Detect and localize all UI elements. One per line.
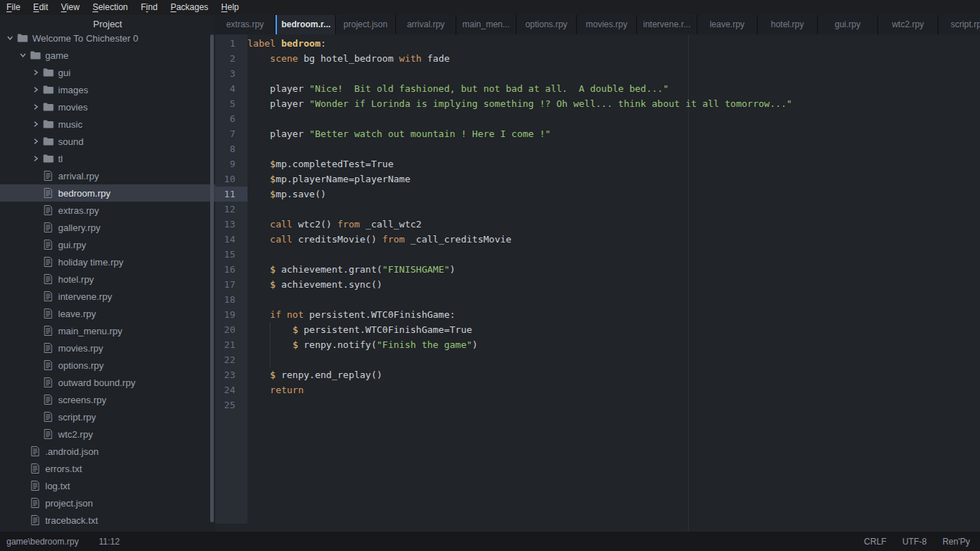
tab-wtc2-rpy[interactable]: wtc2.rpy: [878, 15, 938, 34]
tab-leave-rpy[interactable]: leave.rpy: [697, 15, 758, 34]
sidebar-item-leave-rpy[interactable]: leave.rpy: [0, 305, 215, 322]
sidebar-item-log-txt[interactable]: log.txt: [0, 477, 215, 494]
status-line-ending[interactable]: CRLF: [864, 537, 886, 547]
menu-item-selection[interactable]: Selection: [86, 0, 134, 15]
code-line[interactable]: $mp.playerName=playerName: [248, 171, 980, 187]
line-number[interactable]: 21: [215, 337, 248, 352]
line-number[interactable]: 15: [215, 247, 248, 262]
sidebar-item-movies-rpy[interactable]: movies.rpy: [0, 339, 215, 357]
line-number[interactable]: 19: [215, 307, 248, 322]
code-editor[interactable]: 1234567891011121314151617181920212223242…: [215, 34, 980, 532]
tab-bedroom-r[interactable]: bedroom.r...: [275, 15, 336, 34]
sidebar-item-traceback-txt[interactable]: traceback.txt: [0, 512, 215, 529]
tab-intervene-r[interactable]: intervene.r...: [637, 15, 697, 34]
line-number[interactable]: 5: [215, 96, 248, 111]
chevron-down-icon[interactable]: [6, 34, 14, 42]
line-number[interactable]: 4: [215, 81, 248, 96]
line-number[interactable]: 7: [215, 126, 248, 141]
line-number[interactable]: 24: [215, 382, 248, 397]
tab-options-rpy[interactable]: options.rpy: [517, 15, 577, 34]
line-number[interactable]: 2: [215, 51, 248, 66]
sidebar-item-gallery-rpy[interactable]: gallery.rpy: [0, 219, 215, 236]
code-pane[interactable]: label bedroom: scene bg hotel_bedroom wi…: [248, 34, 980, 532]
code-line[interactable]: [248, 66, 980, 81]
tab-project-json[interactable]: project.json: [336, 15, 396, 34]
line-number[interactable]: 17: [215, 277, 248, 292]
sidebar-item-arrival-rpy[interactable]: arrival.rpy: [0, 167, 215, 184]
menu-item-find[interactable]: Find: [134, 0, 164, 15]
sidebar-item-screens-rpy[interactable]: screens.rpy: [0, 391, 215, 408]
sidebar-item-holiday-time-rpy[interactable]: holiday time.rpy: [0, 253, 215, 270]
sidebar-item-bedroom-rpy[interactable]: bedroom.rpy: [0, 184, 215, 202]
sidebar-item-movies[interactable]: movies: [0, 98, 215, 116]
code-line[interactable]: player "Better watch out mountain ! Here…: [248, 126, 980, 141]
line-number[interactable]: 20: [215, 322, 248, 337]
sidebar-item-images[interactable]: images: [0, 81, 215, 98]
code-line[interactable]: [248, 397, 980, 413]
chevron-right-icon[interactable]: [32, 120, 40, 128]
code-line[interactable]: label bedroom:: [248, 36, 980, 51]
sidebar-item-wtc2-rpy[interactable]: wtc2.rpy: [0, 425, 215, 443]
menu-item-view[interactable]: View: [55, 0, 86, 15]
sidebar-item-sound[interactable]: sound: [0, 133, 215, 150]
code-line[interactable]: $ renpy.end_replay(): [248, 367, 980, 382]
code-line[interactable]: $mp.save(): [248, 187, 980, 202]
sidebar-item-intervene-rpy[interactable]: intervene.rpy: [0, 288, 215, 305]
line-number[interactable]: 22: [215, 352, 248, 367]
line-number[interactable]: 11: [215, 187, 248, 202]
line-number[interactable]: 14: [215, 232, 248, 247]
sidebar-item-hotel-rpy[interactable]: hotel.rpy: [0, 270, 215, 288]
line-number[interactable]: 1: [215, 36, 248, 51]
sidebar-item-options-rpy[interactable]: options.rpy: [0, 357, 215, 374]
code-line[interactable]: $ renpy.notify("Finish the game"): [248, 337, 980, 352]
tab-hotel-rpy[interactable]: hotel.rpy: [758, 15, 818, 34]
chevron-right-icon[interactable]: [32, 154, 40, 163]
code-line[interactable]: $ persistent.WTC0FinishGame=True: [248, 322, 980, 337]
menu-item-edit[interactable]: Edit: [27, 0, 55, 15]
code-line[interactable]: call wtc2() from _call_wtc2: [248, 217, 980, 232]
code-line[interactable]: call creditsMovie() from _call_creditsMo…: [248, 232, 980, 247]
code-line[interactable]: $ achievement.sync(): [248, 277, 980, 292]
sidebar-item-gui-rpy[interactable]: gui.rpy: [0, 236, 215, 253]
line-number[interactable]: 8: [215, 141, 248, 156]
sidebar-item-script-rpy[interactable]: script.rpy: [0, 408, 215, 425]
code-line[interactable]: $ achievement.grant("FINISHGAME"): [248, 262, 980, 277]
tab-movies-rpy[interactable]: movies.rpy: [577, 15, 637, 34]
sidebar-item-outward-bound-rpy[interactable]: outward bound.rpy: [0, 374, 215, 391]
sidebar-item-main-menu-rpy[interactable]: main_menu.rpy: [0, 322, 215, 339]
status-encoding[interactable]: UTF-8: [903, 537, 927, 547]
code-line[interactable]: $mp.completedTest=True: [248, 156, 980, 171]
code-line[interactable]: [248, 292, 980, 307]
status-grammar[interactable]: Ren'Py: [943, 537, 970, 547]
sidebar-scrollbar[interactable]: [210, 34, 214, 522]
code-line[interactable]: [248, 111, 980, 126]
code-line[interactable]: [248, 202, 980, 217]
chevron-right-icon[interactable]: [32, 103, 40, 111]
line-number[interactable]: 25: [215, 397, 248, 413]
tab-extras-rpy[interactable]: extras.rpy: [215, 15, 275, 34]
code-line[interactable]: return: [248, 382, 980, 397]
code-line[interactable]: scene bg hotel_bedroom with fade: [248, 51, 980, 66]
sidebar-item-music[interactable]: music: [0, 116, 215, 133]
sidebar-item-tl[interactable]: tl: [0, 150, 215, 167]
sidebar-item-gui[interactable]: gui: [0, 64, 215, 81]
line-number[interactable]: 3: [215, 66, 248, 81]
menu-item-help[interactable]: Help: [215, 0, 245, 15]
tab-main-men[interactable]: main_men...: [456, 15, 517, 34]
tab-arrival-rpy[interactable]: arrival.rpy: [396, 15, 456, 34]
tab-gui-rpy[interactable]: gui.rpy: [818, 15, 878, 34]
line-number[interactable]: 16: [215, 262, 248, 277]
line-number[interactable]: 6: [215, 111, 248, 126]
sidebar-item-extras-rpy[interactable]: extras.rpy: [0, 202, 215, 219]
sidebar-item-errors-txt[interactable]: errors.txt: [0, 460, 215, 477]
code-line[interactable]: [248, 141, 980, 156]
code-line[interactable]: player "Wonder if Lorinda is implying so…: [248, 96, 980, 111]
tab-script-rpy[interactable]: script.rpy: [938, 15, 980, 34]
line-number[interactable]: 13: [215, 217, 248, 232]
sidebar-item-game[interactable]: game: [0, 47, 215, 64]
code-line[interactable]: [248, 247, 980, 262]
sidebar-item-android-json[interactable]: .android.json: [0, 443, 215, 460]
chevron-right-icon[interactable]: [32, 85, 40, 94]
line-number[interactable]: 23: [215, 367, 248, 382]
code-line[interactable]: player "Nice! Bit old fashioned, but not…: [248, 81, 980, 96]
